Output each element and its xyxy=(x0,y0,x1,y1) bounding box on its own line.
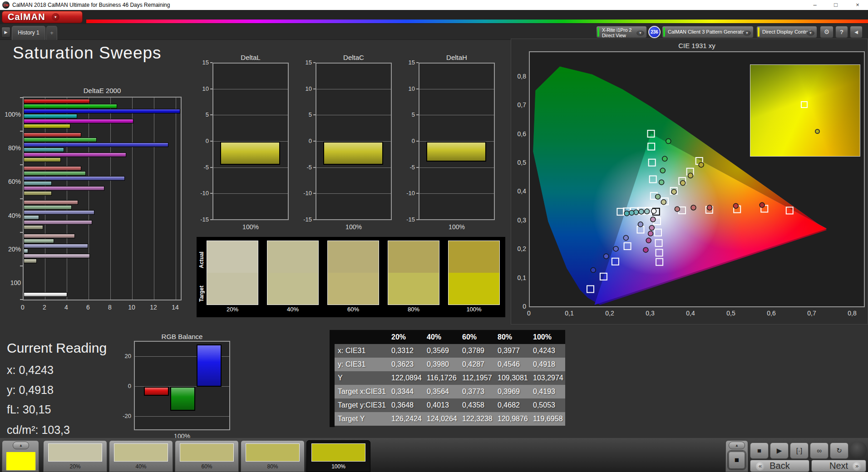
tab-scroll-button[interactable]: ▶ xyxy=(1,27,10,38)
cie-measured-blue xyxy=(638,222,643,227)
cie-measured-blue xyxy=(613,246,618,251)
close-button[interactable]: × xyxy=(847,0,868,10)
swatch-label: 100% xyxy=(448,306,500,313)
deltae-bar-100%-green xyxy=(24,104,117,108)
delta-bar-deltal xyxy=(220,142,280,165)
free-color-swatch[interactable] xyxy=(6,452,36,471)
cie-y-label: 0,6 xyxy=(511,130,526,138)
app-header: CalMAN ▼ xyxy=(0,10,868,24)
cie-measured-yellow xyxy=(699,162,704,167)
delta-gridline xyxy=(316,115,391,115)
deltae-bar-80%-red xyxy=(24,133,81,137)
pattern-chip xyxy=(48,443,102,462)
tab-history-1[interactable]: History 1 xyxy=(12,26,45,40)
delta-y-label: 0 xyxy=(296,138,312,144)
refresh-button[interactable]: ↻ xyxy=(830,442,848,459)
deltae-bar-40%-yellow xyxy=(24,225,43,230)
cie-measured-magenta xyxy=(646,238,651,243)
cie-measured-green xyxy=(666,139,671,144)
delta-y-tick xyxy=(416,141,419,142)
cie-measured-yellow xyxy=(671,189,676,194)
page-title: Saturation Sweeps xyxy=(13,44,162,63)
next-button[interactable]: Next » xyxy=(811,460,866,472)
tab-bar: ▶ History 1 + X-Rite i1Pro 2 Direct View… xyxy=(0,24,868,40)
row-label: Target y:CIE31 xyxy=(335,398,388,412)
rgb-bar-blue xyxy=(197,344,222,387)
delta-y-label: -10 xyxy=(296,190,312,197)
cie-measured-blue xyxy=(591,268,596,273)
cie-measured-red xyxy=(733,203,738,208)
table-corner-strip xyxy=(330,330,335,427)
help-icon[interactable]: ? xyxy=(835,26,848,38)
delta-y-tick xyxy=(210,219,212,220)
gear-icon[interactable]: ⚙ xyxy=(820,26,833,38)
deltae-bar-60%-magenta xyxy=(24,186,104,191)
pattern-label: 20% xyxy=(44,463,107,470)
pattern-chip xyxy=(311,443,365,462)
cie-y-label: 0,3 xyxy=(511,216,526,224)
cie-measured-magenta xyxy=(648,231,653,236)
table-cell: 0,4358 xyxy=(459,398,494,412)
table-cell: 0,3569 xyxy=(424,344,459,358)
play-button[interactable]: ▶ xyxy=(770,442,789,459)
deltae-bar-100-yellow xyxy=(24,292,67,297)
deltae-bar-100%-cyan xyxy=(24,114,77,118)
saturation-swatch-20% xyxy=(207,241,258,305)
display-name: Direct Display Control xyxy=(762,29,810,34)
pattern-button-80%[interactable]: 80% xyxy=(241,440,305,472)
table-cell: 116,1726 xyxy=(424,371,459,385)
row-label: Target Y xyxy=(335,412,388,426)
display-control-button[interactable]: Direct Display Control ▼ xyxy=(756,26,817,38)
minimize-button[interactable]: – xyxy=(804,0,825,10)
cie-x-label: 0,1 xyxy=(562,310,576,317)
expand-transport-button[interactable]: ▲ xyxy=(729,442,745,449)
transport-knob[interactable] xyxy=(850,442,867,459)
meter-count-badge[interactable]: 236 xyxy=(648,26,661,38)
collapse-panel-icon[interactable]: ◀ xyxy=(850,26,863,38)
deltae-x-label: 0 xyxy=(16,304,29,311)
pattern-button-40%[interactable]: 40% xyxy=(109,440,173,472)
loop-infinite-button[interactable]: ∞ xyxy=(810,442,829,459)
deltae-bar-80%-magenta xyxy=(24,152,126,157)
saturation-swatch-100% xyxy=(448,241,500,305)
delta-chart-title: DeltaC xyxy=(316,54,392,61)
stop-pattern-button[interactable]: ■ xyxy=(727,450,746,470)
swatch-target xyxy=(328,273,379,305)
deltae-y-tick xyxy=(20,97,23,98)
row-label: y: CIE31 xyxy=(335,358,388,371)
calman-menu-button[interactable]: CalMAN ▼ xyxy=(2,11,83,23)
table-cell: 0,4546 xyxy=(494,358,530,371)
expand-patterns-button[interactable]: ▲ xyxy=(13,442,29,449)
cie-x-label: 0,5 xyxy=(724,310,738,317)
row-label: Y xyxy=(335,371,388,385)
table-cell: 112,1957 xyxy=(459,371,494,385)
swatch-actual xyxy=(207,241,258,273)
target-row-label: Target xyxy=(198,279,205,309)
delta-y-tick xyxy=(210,62,212,63)
maximize-button[interactable]: □ xyxy=(825,0,846,10)
delta-y-tick xyxy=(416,88,419,89)
source-status-stripe xyxy=(663,27,665,37)
deltae-bar-80%-blue xyxy=(24,143,168,147)
pattern-source-button[interactable]: CalMAN Client 3 Pattern Generator ▼ xyxy=(662,26,754,38)
delta-gridline xyxy=(213,193,288,194)
back-button[interactable]: « Back xyxy=(750,460,809,472)
swatch-target xyxy=(267,273,318,305)
rgb-gridline xyxy=(135,416,229,417)
deltae-x-label: 4 xyxy=(60,304,73,311)
meter-button[interactable]: X-Rite i1Pro 2 Direct View ▼ xyxy=(596,26,647,38)
table-header-row: 20%40%60%80%100% xyxy=(335,330,565,344)
deltae-x-label: 12 xyxy=(147,304,160,311)
delta-y-label: 5 xyxy=(296,111,312,118)
delta-gridline xyxy=(316,89,391,89)
add-tab-button[interactable]: + xyxy=(46,26,57,40)
delta-y-label: -5 xyxy=(193,164,209,171)
pattern-window-button[interactable]: [·] xyxy=(790,442,809,459)
deltae-bar-80%-green xyxy=(24,138,97,142)
delta-gridline xyxy=(316,167,391,168)
pattern-button-20%[interactable]: 20% xyxy=(43,440,107,472)
pattern-button-100%[interactable]: 100% xyxy=(306,440,370,472)
pattern-button-60%[interactable]: 60% xyxy=(175,440,239,472)
chevron-down-icon: ▼ xyxy=(743,30,751,36)
stop-button[interactable]: ■ xyxy=(750,442,769,459)
